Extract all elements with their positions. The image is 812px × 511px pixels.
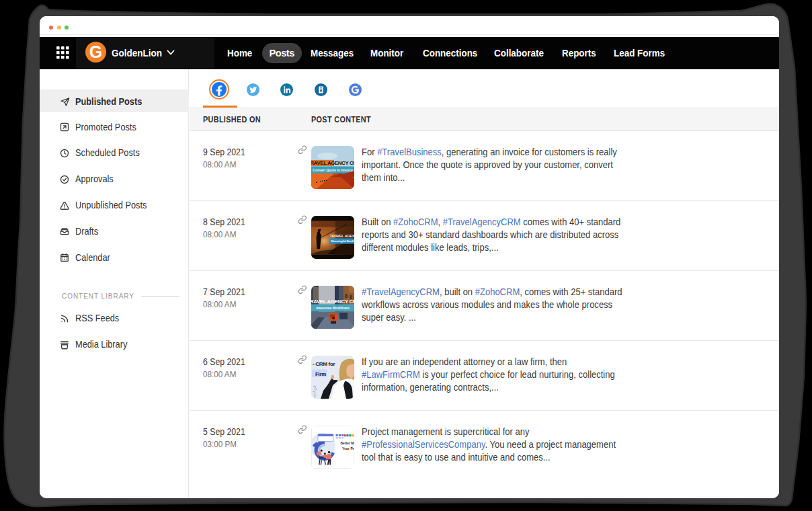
svg-text:TRAVEL AGENCY C: TRAVEL AGENCY C bbox=[329, 233, 354, 237]
svg-text:RAVEL AGENCY CRM: RAVEL AGENCY CRM bbox=[311, 298, 354, 304]
svg-text:Your Pr: Your Pr bbox=[342, 446, 354, 450]
svg-text:Better M: Better M bbox=[340, 441, 354, 445]
svg-text:Awesome Workflows: Awesome Workflows bbox=[316, 306, 350, 310]
svg-text:Firm: Firm bbox=[315, 370, 326, 377]
svg-text:- CRM for: - CRM for bbox=[313, 361, 335, 367]
svg-text:Convert Quote to Invoice: Convert Quote to Invoice bbox=[313, 167, 353, 171]
svg-text:RAVEL AGENCY CRI: RAVEL AGENCY CRI bbox=[311, 160, 354, 166]
svg-text:Meaningful Dashboar: Meaningful Dashboar bbox=[331, 239, 354, 243]
